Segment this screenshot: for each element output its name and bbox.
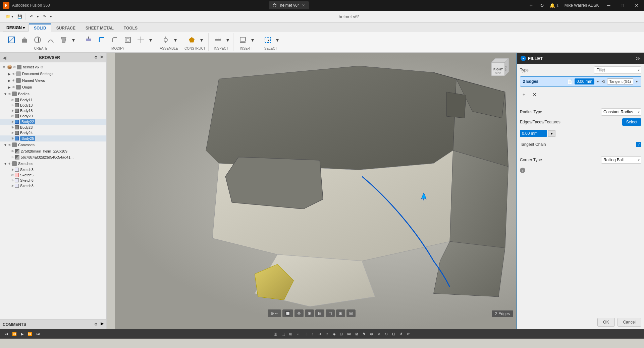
file-menu-btn[interactable]: 📁 ▾ [4, 13, 15, 20]
sweep-btn[interactable] [45, 34, 57, 46]
bt-tool-7[interactable]: ⊿ [316, 331, 323, 337]
comments-settings-btn[interactable]: ⚙ [93, 321, 99, 328]
root-settings-icon[interactable]: ⚙ [40, 65, 44, 69]
tree-sketches[interactable]: ▼ 👁 Sketches [0, 160, 106, 167]
tab-surface[interactable]: SURFACE [52, 23, 80, 32]
extrude-btn[interactable] [18, 34, 31, 46]
bt-play-next[interactable]: ⏭ [35, 331, 42, 337]
mm-down-arrow[interactable]: ▼ [548, 130, 555, 137]
move-btn[interactable] [135, 34, 147, 46]
modify-more-btn[interactable]: ▾ [148, 34, 153, 46]
tree-body25[interactable]: 👁 Body25 [0, 135, 106, 141]
maximize-btn[interactable]: □ [619, 2, 627, 9]
bt-tool-1[interactable]: ◫ [272, 331, 279, 337]
create-sketch-btn[interactable] [5, 34, 17, 46]
tree-canvas2[interactable]: 👁 56c48c4af32d23d548c54ad41... [0, 154, 106, 160]
tree-body13[interactable]: 👁 Body13 [0, 103, 106, 108]
tab-solid[interactable]: SOLID [29, 23, 51, 32]
tree-body22[interactable]: 👁 Body22 [0, 119, 106, 125]
chamfer-btn[interactable] [109, 34, 121, 46]
bt-tool-11[interactable]: ⋈ [345, 331, 353, 337]
shell-btn[interactable] [122, 34, 134, 46]
nav-zoom-fit-btn[interactable]: ⊟ [315, 309, 324, 317]
minimize-btn[interactable]: ─ [604, 2, 613, 9]
press-pull-btn[interactable] [83, 34, 95, 46]
tree-sketch5[interactable]: 👁 Sketch5 [0, 172, 106, 178]
measure-btn[interactable] [212, 34, 224, 46]
bt-tool-17[interactable]: ⊟ [390, 331, 397, 337]
tangent-badge[interactable]: Tangent (G1) [607, 78, 633, 84]
tree-sketch3[interactable]: 👁 Sketch3 [0, 167, 106, 172]
design-mode-btn[interactable]: DESIGN ▾ [3, 24, 29, 32]
tree-sketch6[interactable]: 👁 Sketch6 [0, 178, 106, 183]
view-cube[interactable]: RIGHT SIDE TOP [485, 56, 512, 82]
bt-tool-9[interactable]: ◈ [331, 331, 337, 337]
select-more-btn[interactable]: ▾ [275, 34, 280, 46]
type-select-wrapper[interactable]: Fillet Variable Radius Fillet Full Round… [594, 66, 641, 74]
corner-type-select-wrapper[interactable]: Rolling Ball Setback [601, 156, 641, 164]
tree-sketch8[interactable]: 👁 Sketch8 [0, 183, 106, 188]
redo-btn[interactable]: ↷ [41, 13, 48, 20]
expand-sidebar-icon[interactable]: ▶ [101, 54, 104, 61]
notification-icon[interactable]: 🔔 1 [549, 3, 559, 8]
tree-body20[interactable]: 👁 Body20 [0, 113, 106, 119]
tree-origin[interactable]: ▶ 👁 Origin [0, 84, 106, 91]
radius-mm-value[interactable]: 0.00 mm [575, 78, 594, 84]
remove-edge-btn[interactable]: ✕ [531, 91, 539, 99]
bt-play-btn[interactable]: ▶ [19, 331, 25, 337]
expand-comments-icon[interactable]: ▶ [101, 321, 104, 328]
bt-tool-19[interactable]: ⟳ [405, 331, 412, 337]
ok-btn[interactable]: OK [597, 318, 614, 327]
bt-tool-4[interactable]: ↔ [295, 331, 302, 337]
nav-orbit-btn[interactable]: ⊕↔ [268, 309, 281, 317]
tree-body18[interactable]: 👁 Body18 [0, 108, 106, 113]
loft-btn[interactable] [58, 34, 70, 46]
nav-pan-btn[interactable]: ✥ [294, 309, 304, 317]
tab-tools[interactable]: TOOLS [119, 23, 142, 32]
nav-grid-btn[interactable]: ⊞ [336, 309, 345, 317]
tree-canvas1[interactable]: 👁 275028main_helm_226x189 [0, 148, 106, 154]
type-select[interactable]: Fillet Variable Radius Fillet Full Round… [594, 66, 641, 74]
corner-type-select[interactable]: Rolling Ball Setback [601, 156, 641, 164]
redo-arrow-btn[interactable]: ▾ [48, 13, 54, 20]
bt-tool-15[interactable]: ⊜ [376, 331, 382, 337]
bt-tool-8[interactable]: ⊕ [324, 331, 330, 337]
bt-tool-3[interactable]: ⊞ [287, 331, 294, 337]
nav-look-btn[interactable]: 🔲 [282, 309, 293, 317]
fillet-btn[interactable] [96, 34, 108, 46]
tree-body24[interactable]: 👁 Body24 [0, 130, 106, 135]
bt-tool-16[interactable]: ⊝ [383, 331, 389, 337]
tree-named-views[interactable]: ▶ 👁 Named Views [0, 77, 106, 84]
select-faces-btn[interactable]: Select [622, 118, 641, 126]
bt-tool-12[interactable]: ⊠ [354, 331, 360, 337]
mm-input-field[interactable] [520, 130, 547, 137]
user-name[interactable]: Mike Warren ADSK [565, 3, 599, 8]
create-more-btn[interactable]: ▾ [71, 34, 76, 46]
root-eye[interactable]: 👁 [13, 65, 16, 69]
nav-zoom-btn[interactable]: ⊕ [305, 309, 314, 317]
tree-doc-settings[interactable]: ▶ 👁 Document Settings [0, 70, 106, 77]
undo-btn[interactable]: ↶ [28, 13, 35, 20]
add-edge-btn[interactable]: + [520, 91, 528, 99]
cancel-btn[interactable]: Cancel [618, 318, 641, 327]
bt-tool-13[interactable]: ↯ [361, 331, 367, 337]
tab-sheet-metal[interactable]: SHEET METAL [81, 23, 118, 32]
tangent-chain-checkbox[interactable]: ✓ [636, 142, 641, 147]
bt-tool-18[interactable]: ↺ [398, 331, 404, 337]
bt-play-fwd[interactable]: ⏩ [26, 331, 34, 337]
fillet-expand-btn[interactable]: ≫ [636, 56, 641, 61]
radius-type-select-wrapper[interactable]: Constant Radius Variable Radius [601, 108, 641, 116]
revolve-btn[interactable] [32, 34, 44, 46]
inspect-more-btn[interactable]: ▾ [225, 34, 230, 46]
bt-tool-10[interactable]: ⊡ [338, 331, 344, 337]
tree-canvases[interactable]: ▼ 👁 Canvases [0, 141, 106, 148]
joint-btn[interactable] [160, 34, 172, 46]
bt-tool-6[interactable]: ↕ [310, 331, 316, 337]
bt-play-prev[interactable]: ⏮ [3, 331, 10, 337]
radius-type-select[interactable]: Constant Radius Variable Radius [601, 108, 641, 116]
add-tab-btn[interactable]: + [528, 2, 535, 9]
insert-more-btn[interactable]: ▾ [250, 34, 255, 46]
save-btn[interactable]: 💾 [16, 13, 24, 20]
bt-tool-14[interactable]: ⊛ [368, 331, 375, 337]
tree-body11[interactable]: 👁 Body11 [0, 97, 106, 103]
